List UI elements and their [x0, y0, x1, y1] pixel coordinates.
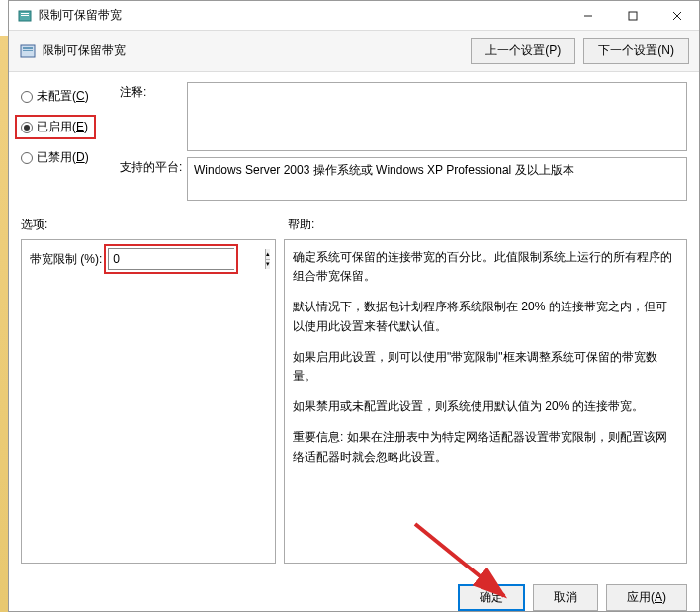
radio-icon: [21, 91, 33, 103]
cancel-button[interactable]: 取消: [533, 584, 598, 611]
help-paragraph: 重要信息: 如果在注册表中为特定网络适配器设置带宽限制，则配置该网络适配器时就会…: [293, 428, 678, 466]
spinner-up-icon[interactable]: ▴: [266, 249, 270, 259]
radio-label: 未配置(C): [37, 88, 89, 105]
comment-label: 注释:: [120, 82, 187, 151]
svg-rect-4: [629, 12, 637, 20]
maximize-button[interactable]: [610, 2, 655, 30]
content-area: 未配置(C) 已启用(E) 已禁用(D) 注释: 支持的平台:: [9, 72, 699, 611]
platform-label: 支持的平台:: [120, 157, 187, 201]
toolbar: 限制可保留带宽 上一个设置(P) 下一个设置(N): [9, 31, 699, 72]
window-title: 限制可保留带宽: [39, 7, 566, 24]
svg-rect-1: [21, 13, 29, 14]
prev-setting-button[interactable]: 上一个设置(P): [471, 38, 575, 64]
state-radio-group: 未配置(C) 已启用(E) 已禁用(D): [21, 82, 120, 207]
radio-icon: [21, 152, 33, 164]
svg-rect-9: [23, 50, 33, 51]
minimize-button[interactable]: [566, 2, 610, 30]
bandwidth-limit-spinner[interactable]: ▴ ▾: [108, 248, 234, 270]
platform-text: Windows Server 2003 操作系统或 Windows XP Pro…: [194, 163, 574, 177]
titlebar: 限制可保留带宽: [9, 1, 699, 31]
background-sidebar: [0, 36, 8, 612]
close-button[interactable]: [655, 2, 699, 30]
toolbar-title: 限制可保留带宽: [43, 43, 463, 59]
app-icon: [17, 8, 33, 24]
svg-rect-2: [21, 15, 29, 16]
radio-label: 已启用(E): [37, 119, 88, 135]
radio-disabled[interactable]: 已禁用(D): [21, 149, 120, 166]
dialog-window: 限制可保留带宽 限制可保留带宽 上一个设置(P) 下一个设置(N) 未配置(C)…: [8, 0, 700, 612]
next-setting-button[interactable]: 下一个设置(N): [583, 38, 689, 64]
help-panel[interactable]: 确定系统可保留的连接带宽的百分比。此值限制系统上运行的所有程序的组合带宽保留。 …: [284, 239, 687, 564]
radio-label: 已禁用(D): [37, 149, 89, 166]
options-panel: 带宽限制 (%): ▴ ▾: [21, 239, 276, 564]
help-paragraph: 默认情况下，数据包计划程序将系统限制在 20% 的连接带宽之内，但可以使用此设置…: [293, 298, 678, 335]
radio-icon: [21, 122, 33, 133]
ok-button[interactable]: 确定: [458, 584, 525, 611]
svg-rect-8: [23, 47, 33, 49]
radio-enabled[interactable]: 已启用(E): [17, 117, 94, 137]
policy-icon: [19, 43, 37, 60]
help-paragraph: 如果禁用或未配置此设置，则系统使用默认值为 20% 的连接带宽。: [293, 397, 678, 416]
help-paragraph: 确定系统可保留的连接带宽的百分比。此值限制系统上运行的所有程序的组合带宽保留。: [293, 248, 678, 286]
bandwidth-limit-label: 带宽限制 (%):: [30, 251, 102, 268]
spinner-down-icon[interactable]: ▾: [266, 259, 270, 270]
options-heading: 选项:: [21, 217, 288, 233]
radio-not-configured[interactable]: 未配置(C): [21, 88, 120, 105]
help-paragraph: 如果启用此设置，则可以使用"带宽限制"框来调整系统可保留的带宽数量。: [293, 348, 678, 386]
dialog-footer: 确定 取消 应用(A): [458, 584, 687, 611]
platform-box[interactable]: Windows Server 2003 操作系统或 Windows XP Pro…: [187, 157, 687, 201]
window-controls: [566, 2, 699, 30]
help-heading: 帮助:: [288, 217, 687, 233]
comment-textarea[interactable]: [187, 82, 687, 151]
apply-button[interactable]: 应用(A): [606, 584, 687, 611]
bandwidth-limit-input[interactable]: [109, 249, 265, 269]
